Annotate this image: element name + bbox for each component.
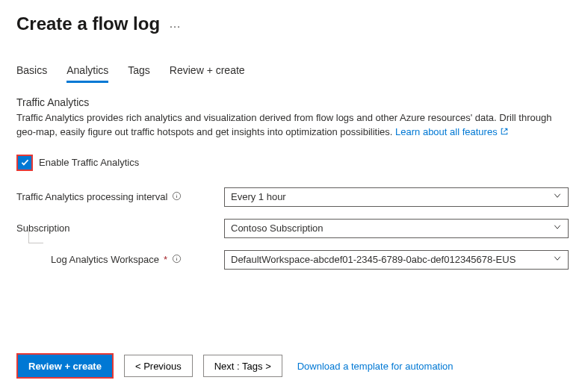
workspace-select[interactable]: DefaultWorkspace-abcdef01-2345-6789-0abc… [224,250,569,270]
workspace-value: DefaultWorkspace-abcdef01-2345-6789-0abc… [231,254,516,265]
tab-tags[interactable]: Tags [128,64,150,83]
chevron-down-icon [553,223,562,234]
tree-connector [28,227,43,243]
interval-label: Traffic Analytics processing interval [16,191,167,202]
interval-value: Every 1 hour [231,191,286,202]
chevron-down-icon [553,254,562,265]
workspace-label: Log Analytics Workspace [51,254,159,265]
previous-button[interactable]: < Previous [124,355,193,377]
required-asterisk: * [164,254,167,265]
chevron-down-icon [553,191,562,202]
interval-select[interactable]: Every 1 hour [224,187,569,207]
learn-more-link[interactable]: Learn about all features [395,126,509,137]
review-create-button[interactable]: Review + create [18,355,112,377]
subscription-value: Contoso Subscription [231,223,324,234]
info-icon[interactable] [172,254,182,266]
enable-traffic-analytics-label: Enable Traffic Analytics [39,157,139,168]
next-button[interactable]: Next : Tags > [203,355,282,377]
download-template-link[interactable]: Download a template for automation [297,361,454,372]
enable-checkbox-highlight [16,155,33,171]
review-create-highlight: Review + create [16,353,114,379]
tab-analytics[interactable]: Analytics [66,64,108,83]
external-link-icon [500,126,509,137]
info-icon[interactable] [172,191,182,203]
section-description: Traffic Analytics provides rich analytic… [16,111,569,140]
tab-basics[interactable]: Basics [16,64,47,83]
page-title: Create a flow log [16,13,160,34]
learn-more-text: Learn about all features [395,126,498,137]
subscription-select[interactable]: Contoso Subscription [224,219,569,238]
tab-review-create[interactable]: Review + create [170,64,245,83]
enable-traffic-analytics-checkbox[interactable] [18,156,31,169]
more-menu[interactable]: … [169,17,182,31]
section-heading: Traffic Analytics [16,96,569,108]
tab-bar: Basics Analytics Tags Review + create [16,64,569,83]
